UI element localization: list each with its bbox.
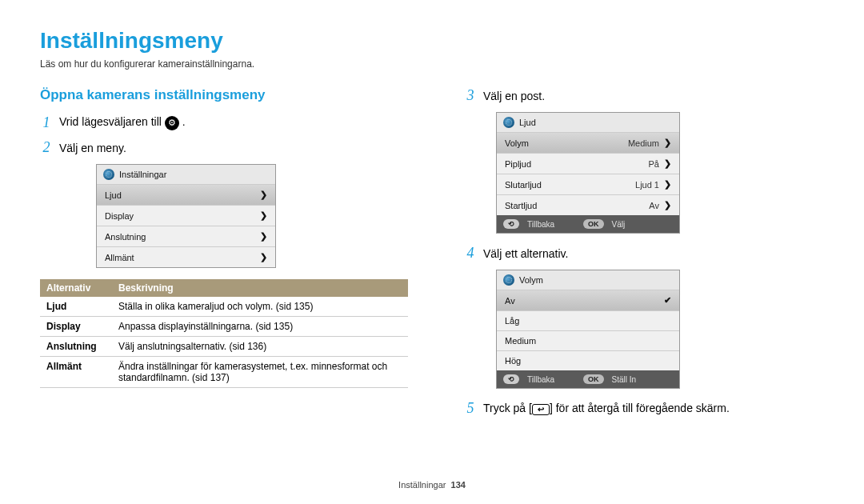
setting-value: På (649, 159, 659, 169)
footer-ok-label: Välj (612, 220, 626, 229)
menu-item-allmant[interactable]: Allmänt ❯ (97, 247, 275, 267)
table-row: Display Anpassa displayinställningarna. … (40, 317, 408, 337)
setting-row-slutarljud[interactable]: Slutarljud Ljud 1 ❯ (497, 174, 679, 195)
back-pill-icon: ⟲ (503, 219, 519, 229)
setting-row-pipljud[interactable]: Pipljud På ❯ (497, 154, 679, 174)
step-1: 1 Vrid lägesväljaren till ⚙ . (40, 114, 432, 131)
screen-header-title: Ljud (519, 118, 536, 127)
page-number: 134 (451, 480, 466, 490)
step-5: 5 Tryck på [↩] för att återgå till föreg… (464, 400, 808, 417)
intro-text: Läs om hur du konfigurerar kamerainställ… (40, 58, 824, 70)
chevron-right-icon: ❯ (260, 190, 267, 200)
ok-pill: OK (583, 374, 604, 384)
screen-header-title: Inställningar (119, 170, 166, 179)
screen-header: Inställningar (97, 165, 275, 185)
footer-ok-label: Ställ In (612, 375, 637, 384)
page-footer: Inställningar 134 (0, 480, 864, 490)
chevron-right-icon: ❯ (260, 231, 267, 242)
chevron-right-icon: ❯ (260, 252, 267, 262)
section-title: Öppna kamerans inställningsmeny (40, 87, 432, 103)
option-row-av[interactable]: Av ✔ (497, 290, 679, 311)
screen-footer: ⟲ Tillbaka OK Ställ In (497, 370, 679, 388)
col-header-option: Alternativ (40, 279, 112, 297)
footer-back-label: Tillbaka (527, 220, 554, 229)
menu-item-anslutning[interactable]: Anslutning ❯ (97, 226, 275, 247)
step-4-text: Välj ett alternativ. (483, 247, 568, 260)
step-number: 5 (464, 400, 477, 417)
settings-cog-icon (103, 169, 114, 180)
content-columns: Öppna kamerans inställningsmeny 1 Vrid l… (40, 87, 824, 425)
option-row-hog[interactable]: Hög (497, 351, 679, 370)
setting-row-volym[interactable]: Volym Medium ❯ (497, 133, 679, 154)
menu-item-label: Allmänt (105, 253, 134, 262)
menu-item-ljud[interactable]: Ljud ❯ (97, 185, 275, 206)
footer-section-label: Inställningar (398, 480, 446, 490)
step-number: 4 (464, 245, 477, 262)
right-column: 3 Välj en post. Ljud Volym Medium ❯ Pipl… (464, 87, 808, 425)
setting-row-startljud[interactable]: Startljud Av ❯ (497, 195, 679, 215)
step-number: 3 (464, 87, 477, 104)
settings-cog-icon (503, 117, 514, 128)
option-label: Låg (505, 316, 519, 326)
settings-cog-icon (503, 274, 514, 286)
setting-value: Av (649, 201, 659, 210)
gear-icon: ⚙ (165, 116, 179, 130)
opt-cell: Allmänt (40, 357, 112, 388)
opt-cell: Anslutning (40, 337, 112, 357)
menu-item-label: Anslutning (105, 232, 146, 242)
option-row-medium[interactable]: Medium (497, 331, 679, 351)
footer-back-label: Tillbaka (527, 375, 554, 384)
option-label: Medium (505, 336, 536, 346)
desc-cell: Ställa in olika kameraljud och volym. (s… (112, 297, 408, 317)
setting-value: Medium (628, 138, 659, 148)
step-5-text-after: ] för att återgå till föregående skärm. (550, 402, 730, 414)
step-3: 3 Välj en post. (464, 87, 808, 104)
table-row: Allmänt Ändra inställningar för kamerasy… (40, 357, 408, 388)
chevron-right-icon: ❯ (664, 138, 671, 148)
col-header-description: Beskrivning (112, 279, 408, 297)
step-number: 2 (40, 139, 53, 156)
back-arrow-icon: ↩ (532, 404, 550, 415)
chevron-right-icon: ❯ (664, 158, 671, 169)
option-row-lag[interactable]: Låg (497, 311, 679, 331)
back-pill-icon: ⟲ (503, 374, 519, 384)
volume-screen: Volym Av ✔ Låg Medium Hög (496, 270, 680, 389)
setting-label: Startljud (505, 201, 537, 210)
step-1-text-before: Vrid lägesväljaren till (59, 115, 165, 128)
screen-footer: ⟲ Tillbaka OK Välj (497, 215, 679, 233)
chevron-right-icon: ❯ (664, 179, 671, 190)
ok-pill: OK (583, 219, 604, 229)
setting-value: Ljud 1 (635, 180, 659, 190)
desc-cell: Ändra inställningar för kamerasystemet, … (112, 357, 408, 388)
step-2: 2 Välj en meny. (40, 139, 432, 156)
menu-item-label: Display (105, 211, 134, 221)
step-3-text: Välj en post. (483, 90, 545, 102)
step-5-text-before: Tryck på [ (483, 402, 532, 414)
menu-item-label: Ljud (105, 190, 122, 200)
opt-cell: Display (40, 317, 112, 337)
menu-item-display[interactable]: Display ❯ (97, 206, 275, 226)
step-number: 1 (40, 114, 53, 131)
table-row: Ljud Ställa in olika kameraljud och voly… (40, 297, 408, 317)
desc-cell: Anpassa displayinställningarna. (sid 135… (112, 317, 408, 337)
options-table: Alternativ Beskrivning Ljud Ställa in ol… (40, 279, 408, 388)
table-row: Anslutning Välj anslutningsalternativ. (… (40, 337, 408, 357)
setting-label: Slutarljud (505, 180, 542, 190)
step-1-text-after: . (182, 115, 186, 128)
desc-cell: Välj anslutningsalternativ. (sid 136) (112, 337, 408, 357)
setting-label: Pipljud (505, 159, 531, 169)
chevron-right-icon: ❯ (260, 210, 267, 221)
setting-label: Volym (505, 138, 529, 148)
screen-header: Ljud (497, 113, 679, 133)
screen-header: Volym (497, 270, 679, 290)
step-2-text: Välj en meny. (59, 142, 126, 154)
screen-header-title: Volym (519, 275, 543, 285)
option-label: Av (505, 296, 515, 306)
page-title: Inställningsmeny (40, 28, 824, 54)
check-icon: ✔ (664, 295, 671, 306)
chevron-right-icon: ❯ (664, 200, 671, 210)
settings-screen: Inställningar Ljud ❯ Display ❯ Anslutnin… (96, 164, 276, 268)
option-label: Hög (505, 356, 521, 366)
opt-cell: Ljud (40, 297, 112, 317)
sound-screen: Ljud Volym Medium ❯ Pipljud På ❯ (496, 112, 680, 234)
